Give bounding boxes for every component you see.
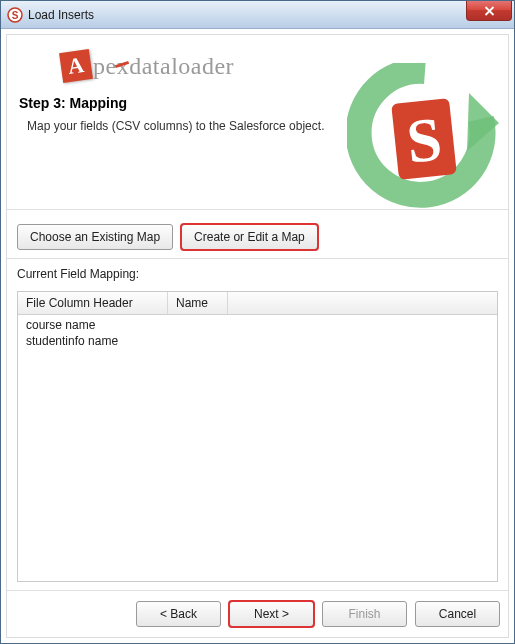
svg-text:S: S [403,104,444,175]
back-button[interactable]: < Back [136,601,221,627]
choose-existing-map-button[interactable]: Choose an Existing Map [17,224,173,250]
column-header-name[interactable]: Name [168,292,228,314]
titlebar[interactable]: S Load Inserts [1,1,514,29]
cancel-button[interactable]: Cancel [415,601,500,627]
table-header: File Column Header Name [18,292,497,315]
mapping-table: File Column Header Name course name stud… [17,291,498,582]
wizard-footer: < Back Next > Finish Cancel [7,590,508,637]
svg-text:S: S [12,10,19,21]
content-area: S A pexdataloader Step 3: Mapping Map yo… [6,34,509,638]
table-body: course name studentinfo name [18,315,497,349]
logo-badge: A [59,49,93,83]
cell-file: course name [18,318,168,332]
mapping-section: Current Field Mapping: File Column Heade… [7,259,508,590]
background-logo: S [347,63,502,218]
mapping-label: Current Field Mapping: [17,267,498,281]
app-icon: S [7,7,23,23]
next-button[interactable]: Next > [229,601,314,627]
create-edit-map-button[interactable]: Create or Edit a Map [181,224,318,250]
finish-button: Finish [322,601,407,627]
window-title: Load Inserts [28,8,94,22]
table-row[interactable]: course name [18,317,497,333]
cell-file: studentinfo name [18,334,168,348]
logo-text: pexdataloader [93,53,234,80]
dialog-window: S Load Inserts S A pexdataload [0,0,515,644]
close-button[interactable] [466,1,512,21]
column-header-file[interactable]: File Column Header [18,292,168,314]
table-row[interactable]: studentinfo name [18,333,497,349]
header-section: S A pexdataloader Step 3: Mapping Map yo… [7,35,508,210]
